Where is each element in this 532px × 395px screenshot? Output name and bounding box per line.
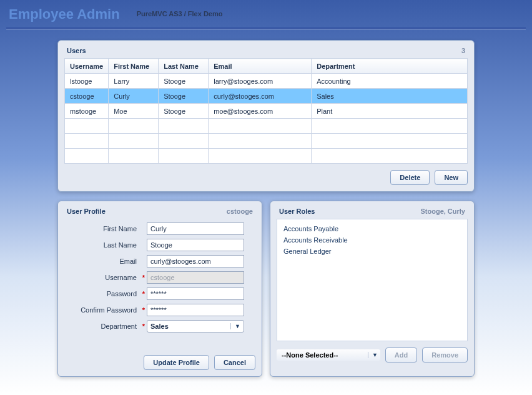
table-cell: Moe: [109, 104, 159, 119]
username-label: Username: [64, 274, 140, 281]
profile-form: First Name Last Name Email Username *: [64, 219, 255, 332]
table-cell: Larry: [109, 74, 159, 89]
user-roles-panel: User Roles Stooge, Curly Accounts Payabl…: [270, 201, 475, 377]
users-table: UsernameFirst NameLast NameEmailDepartme…: [64, 58, 468, 164]
table-cell: Stooge: [159, 89, 209, 104]
column-header[interactable]: First Name: [109, 59, 159, 74]
table-row[interactable]: cstoogeCurlyStoogecurly@stooges.comSales: [65, 89, 468, 104]
table-cell: larry@stooges.com: [209, 74, 312, 89]
list-item[interactable]: Accounts Payable: [283, 223, 461, 234]
roles-list[interactable]: Accounts PayableAccounts ReceivableGener…: [277, 219, 468, 341]
department-select-value: Sales: [150, 322, 169, 330]
column-header[interactable]: Last Name: [159, 59, 209, 74]
table-cell: lstooge: [65, 74, 109, 89]
users-count: 3: [461, 47, 465, 54]
chevron-down-icon: ▼: [230, 323, 240, 329]
table-cell: Curly: [109, 89, 159, 104]
users-panel-title: Users: [67, 47, 86, 54]
table-row-empty: [65, 134, 468, 149]
table-cell: Stooge: [159, 104, 209, 119]
cancel-button[interactable]: Cancel: [214, 355, 255, 370]
chevron-down-icon: ▼: [368, 352, 378, 358]
table-cell: Stooge: [159, 74, 209, 89]
table-cell: curly@stooges.com: [209, 89, 312, 104]
add-role-button[interactable]: Add: [385, 348, 417, 362]
app-header: Employee Admin PureMVC AS3 / Flex Demo: [0, 0, 532, 28]
roles-panel-title: User Roles: [279, 208, 315, 215]
roles-select[interactable]: --None Selected-- ▼: [277, 349, 380, 361]
table-row-empty: [65, 119, 468, 134]
password-input[interactable]: [147, 288, 244, 300]
required-icon: *: [140, 274, 147, 281]
table-cell: Sales: [312, 89, 468, 104]
department-label: Department: [64, 322, 140, 330]
confirm-password-input[interactable]: [147, 304, 244, 316]
users-panel: Users 3 UsernameFirst NameLast NameEmail…: [57, 40, 475, 192]
department-select[interactable]: Sales ▼: [147, 320, 244, 332]
last-name-input[interactable]: [147, 239, 244, 251]
user-profile-panel: User Profile cstooge First Name Last Nam…: [57, 201, 262, 377]
table-row-empty: [65, 149, 468, 164]
column-header[interactable]: Email: [209, 59, 312, 74]
table-row[interactable]: mstoogeMoeStoogemoe@stooges.comPlant: [65, 104, 468, 119]
password-label: Password: [64, 290, 140, 298]
remove-role-button[interactable]: Remove: [422, 348, 468, 362]
email-input[interactable]: [147, 255, 244, 268]
app-title: Employee Admin: [9, 6, 120, 22]
new-button[interactable]: New: [435, 170, 468, 185]
first-name-input[interactable]: [147, 222, 244, 235]
roles-panel-subtitle: Stooge, Curly: [420, 208, 465, 215]
table-cell: Plant: [312, 104, 468, 119]
table-cell: Accounting: [312, 74, 468, 89]
table-cell: mstooge: [65, 104, 109, 119]
roles-select-value: --None Selected--: [282, 351, 338, 359]
column-header[interactable]: Department: [312, 59, 468, 74]
table-cell: cstooge: [65, 89, 109, 104]
list-item[interactable]: Accounts Receivable: [283, 234, 461, 246]
first-name-label: First Name: [64, 225, 140, 232]
table-cell: moe@stooges.com: [209, 104, 312, 119]
required-icon: *: [140, 322, 147, 330]
username-input: [147, 271, 244, 284]
profile-panel-title: User Profile: [67, 208, 106, 215]
delete-button[interactable]: Delete: [390, 170, 430, 185]
column-header[interactable]: Username: [65, 59, 109, 74]
required-icon: *: [140, 306, 147, 314]
email-label: Email: [64, 258, 140, 265]
last-name-label: Last Name: [64, 241, 140, 249]
list-item[interactable]: General Ledger: [283, 246, 461, 257]
app-subtitle: PureMVC AS3 / Flex Demo: [137, 10, 223, 18]
table-row[interactable]: lstoogeLarryStoogelarry@stooges.comAccou…: [65, 74, 468, 89]
required-icon: *: [140, 290, 147, 298]
update-profile-button[interactable]: Update Profile: [144, 355, 209, 370]
confirm-password-label: Confirm Password: [64, 306, 140, 314]
profile-panel-subtitle: cstooge: [227, 208, 253, 215]
